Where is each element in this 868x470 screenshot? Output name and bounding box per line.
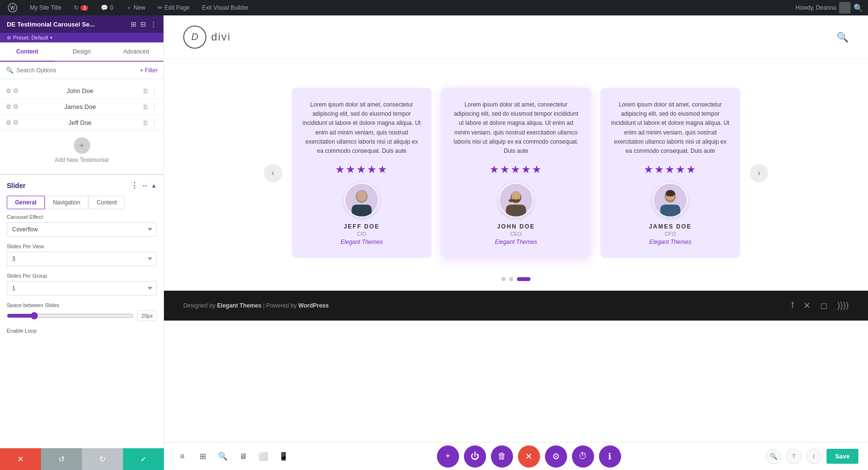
save-button[interactable]: Save: [827, 449, 858, 464]
card-stars-james: ★★★★★: [644, 163, 697, 176]
avatar-svg-james: [654, 183, 687, 217]
exit-builder-item[interactable]: Exit Visual Builder: [199, 0, 252, 15]
item-name: Jeff Doe: [22, 119, 138, 126]
sidebar-dots-icon[interactable]: ⋮: [150, 20, 157, 28]
more-icon[interactable]: ⋮: [151, 103, 158, 110]
slider-section-dots-icon[interactable]: ⋮: [131, 181, 138, 190]
add-element-button[interactable]: +: [437, 445, 459, 468]
slider-section: Slider ⋮ ↔ ▲ General Navigation Content …: [0, 174, 163, 340]
history-button[interactable]: ⏱: [572, 445, 594, 468]
svg-point-9: [512, 191, 521, 201]
dot-1[interactable]: [502, 277, 505, 281]
settings-icon[interactable]: ⚙: [6, 87, 12, 94]
toolbar-menu-button[interactable]: ≡: [174, 448, 191, 465]
site-name-item[interactable]: My Site Title: [27, 0, 64, 15]
svg-text:W: W: [10, 5, 15, 11]
sidebar-header: DE Testimonial Carousel Se... ⊞ ⊟ ⋮: [0, 15, 163, 33]
help-question-button[interactable]: ?: [786, 449, 801, 464]
close-button[interactable]: ✕: [0, 448, 41, 470]
duplicate-icon[interactable]: ⧉: [14, 87, 18, 94]
card-text-james: Lorem ipsum dolor sit amet, consectetur …: [611, 100, 730, 156]
undo-button[interactable]: ↺: [41, 448, 82, 470]
user-avatar: [839, 2, 851, 13]
dot-2[interactable]: [509, 277, 513, 281]
settings-icon[interactable]: ⚙: [6, 119, 12, 126]
comments-item[interactable]: 💬 0: [98, 0, 116, 15]
updates-item[interactable]: ↻ 3: [71, 0, 91, 15]
search-input[interactable]: [16, 67, 137, 74]
bottom-toolbar: ≡ ⊞ 🔍 🖥 ⬜ 📱 + ⏻ 🗑 ✕ ⚙ ⏱ ℹ 🔍 ? i Save: [164, 442, 868, 470]
carousel-next-button[interactable]: ›: [750, 164, 768, 182]
wp-logo-item[interactable]: W: [5, 0, 20, 15]
sidebar-grid-icon[interactable]: ⊞: [131, 20, 136, 28]
page-header: D divi 🔍: [164, 15, 868, 59]
card-company-john: Elegant Themes: [495, 239, 537, 245]
instagram-icon[interactable]: ◻: [820, 300, 827, 311]
confirm-button[interactable]: ✓: [123, 448, 164, 470]
carousel-effect-select[interactable]: Coverflow Slide Fade Cube: [7, 222, 157, 237]
duplicate-icon[interactable]: ⧉: [14, 119, 18, 126]
filter-button[interactable]: + Filter: [140, 67, 158, 74]
slides-per-group-select[interactable]: 1 2 3: [7, 281, 157, 295]
item-actions: 🗑 ⋮: [142, 103, 158, 110]
item-icons: ⚙ ⧉: [6, 103, 18, 110]
slider-section-header[interactable]: Slider ⋮ ↔ ▲: [0, 175, 163, 196]
trash-button[interactable]: 🗑: [491, 445, 513, 468]
toolbar-responsive-tablet-button[interactable]: ⬜: [255, 448, 272, 465]
toolbar-responsive-mobile-button[interactable]: 📱: [275, 448, 292, 465]
add-new-label: Add New Testimonial: [55, 157, 109, 163]
new-item[interactable]: ＋ New: [123, 0, 148, 15]
facebook-icon[interactable]: f: [791, 300, 794, 311]
tab-design[interactable]: Design: [54, 42, 109, 62]
settings-button[interactable]: ⚙: [545, 445, 567, 468]
tab-content[interactable]: Content: [0, 42, 54, 62]
toolbar-right: 🔍 ? i Save: [766, 449, 858, 464]
slider-section-title: Slider: [7, 182, 26, 189]
edit-page-item[interactable]: ✏ Edit Page: [155, 0, 192, 15]
sidebar-tabs: Content Design Advanced: [0, 42, 163, 62]
site-name: My Site Title: [30, 4, 61, 11]
card-role-john: CEO: [510, 231, 522, 237]
slider-tab-navigation[interactable]: Navigation: [45, 196, 89, 209]
page-search-icon[interactable]: 🔍: [837, 31, 849, 43]
tab-advanced[interactable]: Advanced: [109, 42, 163, 62]
slider-chevron-icon[interactable]: ▲: [151, 182, 157, 189]
space-between-range[interactable]: [7, 312, 134, 320]
slider-section-arrows-icon[interactable]: ↔: [141, 182, 148, 189]
space-between-label: Space between Slides: [7, 302, 157, 308]
slides-per-view-select[interactable]: 3 1 2 4 5: [7, 252, 157, 266]
sidebar-columns-icon[interactable]: ⊟: [140, 20, 146, 28]
toolbar-search-button[interactable]: 🔍: [214, 448, 231, 465]
delete-icon[interactable]: 🗑: [142, 87, 149, 94]
search-icon[interactable]: 🔍: [854, 3, 863, 13]
info-button[interactable]: ℹ: [599, 445, 621, 468]
delete-icon[interactable]: 🗑: [142, 119, 149, 126]
toolbar-layout-button[interactable]: ⊞: [194, 448, 211, 465]
svg-rect-16: [660, 205, 680, 217]
svg-rect-6: [352, 205, 372, 217]
redo-button[interactable]: ↻: [82, 448, 123, 470]
more-icon[interactable]: ⋮: [151, 87, 158, 94]
footer-social-links: f ✕ ◻ )))): [791, 300, 849, 311]
duplicate-icon[interactable]: ⧉: [14, 103, 18, 110]
settings-icon[interactable]: ⚙: [6, 103, 12, 110]
card-stars-jeff: ★★★★★: [335, 163, 388, 176]
slider-tab-content[interactable]: Content: [88, 196, 125, 209]
twitter-x-icon[interactable]: ✕: [803, 300, 811, 311]
delete-icon[interactable]: 🗑: [142, 103, 149, 110]
add-new-testimonial-button[interactable]: + Add New Testimonial: [0, 131, 163, 170]
power-button[interactable]: ⏻: [464, 445, 486, 468]
comments-count: 0: [110, 4, 113, 11]
close-toolbar-button[interactable]: ✕: [518, 445, 540, 468]
footer-powered-by: | Powered by: [263, 302, 298, 309]
item-name: James Doe: [22, 103, 138, 110]
slider-tab-general[interactable]: General: [7, 196, 45, 209]
carousel-prev-button[interactable]: ‹: [264, 164, 282, 182]
zoom-button[interactable]: 🔍: [766, 449, 781, 464]
help-info-button[interactable]: i: [806, 449, 822, 464]
more-icon[interactable]: ⋮: [151, 119, 158, 126]
rss-icon[interactable]: )))): [837, 300, 849, 311]
toolbar-responsive-desktop-button[interactable]: 🖥: [234, 448, 252, 465]
exit-builder-label: Exit Visual Builder: [202, 4, 249, 11]
dot-3[interactable]: [517, 277, 530, 281]
